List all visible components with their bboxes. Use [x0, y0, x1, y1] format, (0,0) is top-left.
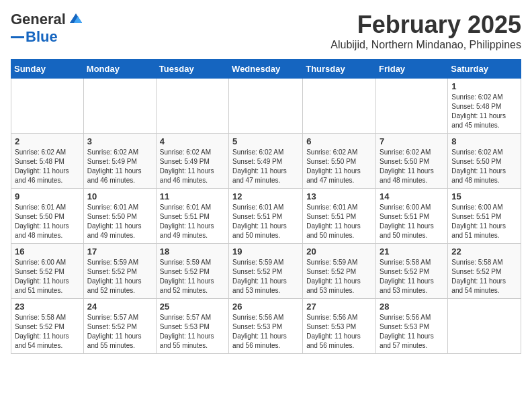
calendar-cell: 8Sunrise: 6:02 AM Sunset: 5:50 PM Daylig…: [448, 134, 521, 189]
day-info: Sunrise: 6:02 AM Sunset: 5:48 PM Dayligh…: [451, 93, 517, 130]
day-info: Sunrise: 5:56 AM Sunset: 5:53 PM Dayligh…: [232, 313, 299, 351]
calendar-cell: 17Sunrise: 5:59 AM Sunset: 5:52 PM Dayli…: [83, 244, 156, 299]
calendar-cell: [376, 79, 448, 134]
weekday-header-friday: Friday: [376, 60, 448, 79]
day-info: Sunrise: 6:01 AM Sunset: 5:51 PM Dayligh…: [232, 203, 299, 240]
logo-text: General: [11, 11, 66, 28]
day-number: 15: [451, 191, 517, 201]
calendar-cell: 15Sunrise: 6:00 AM Sunset: 5:51 PM Dayli…: [448, 189, 521, 244]
day-number: 18: [160, 246, 225, 257]
weekday-header-thursday: Thursday: [303, 60, 376, 79]
calendar-cell: 1Sunrise: 6:02 AM Sunset: 5:48 PM Daylig…: [448, 79, 521, 134]
week-row-1: 1Sunrise: 6:02 AM Sunset: 5:48 PM Daylig…: [11, 79, 521, 134]
header: General Blue February 2025 Alubijid, Nor…: [11, 11, 521, 51]
day-number: 14: [380, 191, 444, 201]
calendar-cell: 14Sunrise: 6:00 AM Sunset: 5:51 PM Dayli…: [376, 189, 448, 244]
day-number: 24: [87, 302, 152, 312]
calendar-cell: 22Sunrise: 5:58 AM Sunset: 5:52 PM Dayli…: [448, 244, 521, 299]
day-number: 12: [232, 191, 299, 201]
calendar-cell: 3Sunrise: 6:02 AM Sunset: 5:49 PM Daylig…: [83, 134, 156, 189]
weekday-header-row: SundayMondayTuesdayWednesdayThursdayFrid…: [11, 60, 521, 79]
day-info: Sunrise: 6:02 AM Sunset: 5:50 PM Dayligh…: [451, 148, 517, 185]
calendar-cell: 10Sunrise: 6:01 AM Sunset: 5:50 PM Dayli…: [83, 189, 156, 244]
day-number: 25: [160, 302, 225, 312]
calendar-cell: [448, 299, 521, 354]
calendar-cell: 2Sunrise: 6:02 AM Sunset: 5:48 PM Daylig…: [11, 134, 84, 189]
day-info: Sunrise: 5:58 AM Sunset: 5:52 PM Dayligh…: [15, 313, 80, 351]
day-info: Sunrise: 6:01 AM Sunset: 5:50 PM Dayligh…: [87, 203, 152, 240]
day-info: Sunrise: 5:57 AM Sunset: 5:52 PM Dayligh…: [87, 313, 152, 351]
day-info: Sunrise: 6:02 AM Sunset: 5:49 PM Dayligh…: [160, 148, 225, 185]
logo-icon: [69, 12, 83, 24]
day-number: 13: [306, 191, 372, 201]
day-number: 26: [232, 302, 299, 312]
calendar-cell: 20Sunrise: 5:59 AM Sunset: 5:52 PM Dayli…: [303, 244, 376, 299]
day-info: Sunrise: 6:01 AM Sunset: 5:51 PM Dayligh…: [160, 203, 225, 240]
calendar-cell: 13Sunrise: 6:01 AM Sunset: 5:51 PM Dayli…: [303, 189, 376, 244]
logo-blue-text: Blue: [26, 28, 58, 46]
day-info: Sunrise: 5:58 AM Sunset: 5:52 PM Dayligh…: [380, 258, 444, 295]
weekday-header-saturday: Saturday: [448, 60, 521, 79]
day-number: 1: [451, 81, 517, 91]
calendar-cell: 19Sunrise: 5:59 AM Sunset: 5:52 PM Dayli…: [229, 244, 303, 299]
calendar-cell: 5Sunrise: 6:02 AM Sunset: 5:49 PM Daylig…: [229, 134, 303, 189]
weekday-header-tuesday: Tuesday: [156, 60, 228, 79]
day-info: Sunrise: 5:59 AM Sunset: 5:52 PM Dayligh…: [160, 258, 225, 295]
week-row-2: 2Sunrise: 6:02 AM Sunset: 5:48 PM Daylig…: [11, 134, 521, 189]
calendar-cell: 24Sunrise: 5:57 AM Sunset: 5:52 PM Dayli…: [83, 299, 156, 354]
day-number: 28: [380, 302, 444, 312]
day-info: Sunrise: 5:59 AM Sunset: 5:52 PM Dayligh…: [232, 258, 299, 295]
week-row-5: 23Sunrise: 5:58 AM Sunset: 5:52 PM Dayli…: [11, 299, 521, 354]
calendar-cell: [229, 79, 303, 134]
calendar-cell: 28Sunrise: 5:56 AM Sunset: 5:53 PM Dayli…: [376, 299, 448, 354]
day-number: 3: [87, 136, 152, 146]
day-number: 8: [451, 136, 517, 146]
calendar-cell: [156, 79, 228, 134]
day-info: Sunrise: 6:01 AM Sunset: 5:50 PM Dayligh…: [15, 203, 80, 240]
calendar-cell: 9Sunrise: 6:01 AM Sunset: 5:50 PM Daylig…: [11, 189, 84, 244]
week-row-3: 9Sunrise: 6:01 AM Sunset: 5:50 PM Daylig…: [11, 189, 521, 244]
calendar-cell: [303, 79, 376, 134]
day-number: 7: [380, 136, 444, 146]
day-number: 23: [15, 302, 80, 312]
day-number: 5: [232, 136, 299, 146]
day-info: Sunrise: 5:59 AM Sunset: 5:52 PM Dayligh…: [306, 258, 372, 295]
day-number: 22: [451, 246, 517, 257]
day-info: Sunrise: 5:58 AM Sunset: 5:52 PM Dayligh…: [451, 258, 517, 295]
day-info: Sunrise: 6:00 AM Sunset: 5:52 PM Dayligh…: [15, 258, 80, 295]
calendar-cell: [11, 79, 84, 134]
day-number: 6: [306, 136, 372, 146]
calendar-cell: 12Sunrise: 6:01 AM Sunset: 5:51 PM Dayli…: [229, 189, 303, 244]
day-info: Sunrise: 6:02 AM Sunset: 5:48 PM Dayligh…: [15, 148, 80, 185]
calendar-cell: 27Sunrise: 5:56 AM Sunset: 5:53 PM Dayli…: [303, 299, 376, 354]
calendar-cell: 21Sunrise: 5:58 AM Sunset: 5:52 PM Dayli…: [376, 244, 448, 299]
day-info: Sunrise: 5:56 AM Sunset: 5:53 PM Dayligh…: [380, 313, 444, 351]
calendar-cell: 25Sunrise: 5:57 AM Sunset: 5:53 PM Dayli…: [156, 299, 228, 354]
day-info: Sunrise: 6:00 AM Sunset: 5:51 PM Dayligh…: [451, 203, 517, 240]
day-number: 19: [232, 246, 299, 257]
day-info: Sunrise: 6:01 AM Sunset: 5:51 PM Dayligh…: [306, 203, 372, 240]
day-number: 16: [15, 246, 80, 257]
title-area: February 2025 Alubijid, Northern Mindana…: [330, 11, 521, 51]
day-info: Sunrise: 5:57 AM Sunset: 5:53 PM Dayligh…: [160, 313, 225, 351]
calendar-cell: 4Sunrise: 6:02 AM Sunset: 5:49 PM Daylig…: [156, 134, 228, 189]
calendar-cell: 11Sunrise: 6:01 AM Sunset: 5:51 PM Dayli…: [156, 189, 228, 244]
calendar-table: SundayMondayTuesdayWednesdayThursdayFrid…: [11, 59, 521, 354]
day-info: Sunrise: 6:02 AM Sunset: 5:50 PM Dayligh…: [306, 148, 372, 185]
calendar-cell: 7Sunrise: 6:02 AM Sunset: 5:50 PM Daylig…: [376, 134, 448, 189]
weekday-header-sunday: Sunday: [11, 60, 84, 79]
calendar-cell: 23Sunrise: 5:58 AM Sunset: 5:52 PM Dayli…: [11, 299, 84, 354]
calendar-cell: 6Sunrise: 6:02 AM Sunset: 5:50 PM Daylig…: [303, 134, 376, 189]
day-number: 21: [380, 246, 444, 257]
day-number: 9: [15, 191, 80, 201]
day-info: Sunrise: 6:02 AM Sunset: 5:49 PM Dayligh…: [87, 148, 152, 185]
calendar-cell: 26Sunrise: 5:56 AM Sunset: 5:53 PM Dayli…: [229, 299, 303, 354]
day-info: Sunrise: 5:56 AM Sunset: 5:53 PM Dayligh…: [306, 313, 372, 351]
calendar-cell: [83, 79, 156, 134]
weekday-header-wednesday: Wednesday: [229, 60, 303, 79]
day-number: 20: [306, 246, 372, 257]
location-title: Alubijid, Northern Mindanao, Philippines: [330, 39, 521, 51]
month-title: February 2025: [330, 11, 521, 39]
weekday-header-monday: Monday: [83, 60, 156, 79]
day-number: 2: [15, 136, 80, 146]
